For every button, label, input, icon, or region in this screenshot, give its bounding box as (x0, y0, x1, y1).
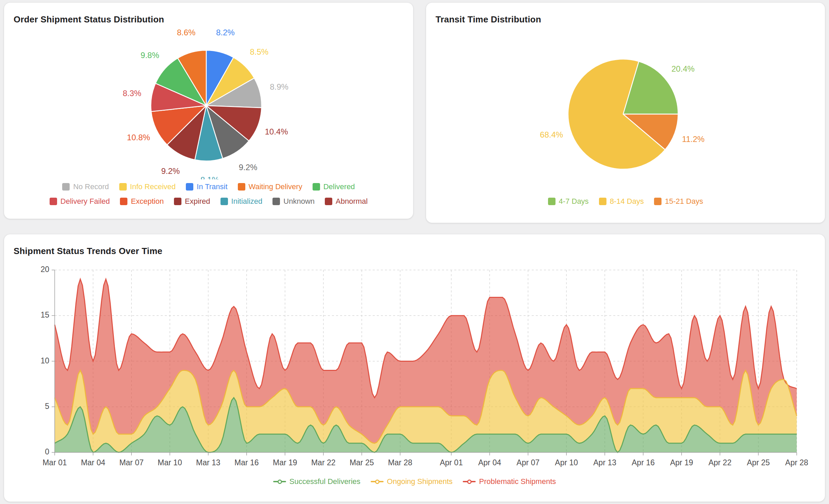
legend-swatch-abnormal (325, 198, 332, 205)
x-tick-label-apr-10: Apr 10 (555, 458, 578, 467)
x-tick-label-mar-13: Mar 13 (196, 458, 221, 467)
legend-label-4-7-days: 4-7 Days (559, 197, 589, 206)
x-tick-label-mar-19: Mar 19 (273, 458, 297, 467)
status-distribution-card: Order Shipment Status Distribution 8.2%8… (4, 3, 413, 219)
legend-label-delivery-failed: Delivery Failed (60, 197, 110, 206)
legend-label-waiting-delivery: Waiting Delivery (249, 182, 302, 191)
pie-label-initialized: 8.1% (200, 175, 219, 179)
legend-item-successful-deliveries[interactable]: Successful Deliveries (273, 477, 360, 486)
x-tick-label-apr-04: Apr 04 (478, 458, 501, 467)
legend-swatch-unknown (272, 198, 280, 205)
legend-label-ongoing-shipments: Ongoing Shipments (387, 477, 453, 486)
x-tick-label-apr-07: Apr 07 (516, 458, 540, 467)
legend-item-initialized[interactable]: Initialized (221, 197, 263, 206)
y-tick-label-15: 15 (40, 310, 49, 319)
x-tick-label-mar-22: Mar 22 (311, 458, 336, 467)
legend-swatch-expired (174, 198, 181, 205)
legend-label-unknown: Unknown (283, 197, 315, 206)
trends-legend: Successful DeliveriesOngoing ShipmentsPr… (4, 477, 825, 486)
legend-swatch-waiting-delivery (238, 183, 245, 191)
pie-label-exception: 10.8% (127, 133, 150, 142)
pie-label-4-7-days: 20.4% (671, 64, 694, 73)
legend-item-delivered[interactable]: Delivered (313, 182, 355, 191)
trends-card: Shipment Status Trends Over Time 0510152… (4, 234, 825, 502)
legend-label-successful-deliveries: Successful Deliveries (289, 477, 360, 486)
legend-label-initialized: Initialized (231, 197, 263, 206)
legend-label-problematic-shipments: Problematic Shipments (479, 477, 556, 486)
legend-label-abnormal: Abnormal (336, 197, 368, 206)
x-tick-label-mar-10: Mar 10 (158, 458, 182, 467)
legend-swatch-info-received (119, 183, 127, 191)
pie-label-in-transit: 8.2% (216, 28, 235, 37)
legend-item-abnormal[interactable]: Abnormal (325, 197, 368, 206)
x-tick-label-mar-01: Mar 01 (42, 458, 67, 467)
legend-item-15-21-days[interactable]: 15-21 Days (654, 197, 703, 206)
legend-swatch-in-transit (186, 183, 193, 191)
pie-label-delivered: 9.8% (141, 51, 159, 60)
legend-label-expired: Expired (185, 197, 210, 206)
x-tick-label-mar-16: Mar 16 (234, 458, 259, 467)
status-legend-row-2: Delivery FailedExceptionExpiredInitializ… (4, 197, 413, 206)
legend-swatch-15-21-days (654, 198, 662, 205)
legend-swatch-4-7-days (548, 198, 555, 205)
y-tick-label-0: 0 (45, 447, 49, 456)
pie-label-delivery-failed: 8.3% (123, 89, 141, 98)
legend-item-delivery-failed[interactable]: Delivery Failed (50, 197, 110, 206)
pie-label-waiting-delivery: 8.6% (177, 28, 196, 37)
legend-item-4-7-days[interactable]: 4-7 Days (548, 197, 589, 206)
transit-legend: 4-7 Days8-14 Days15-21 Days (426, 197, 825, 206)
x-tick-label-apr-25: Apr 25 (747, 458, 770, 467)
line-legend-icon-problematic-shipments (463, 479, 476, 484)
pie-label-abnormal: 10.4% (265, 127, 288, 136)
pie-label-15-21-days: 11.2% (682, 134, 704, 144)
legend-label-8-14-days: 8-14 Days (610, 197, 644, 206)
line-legend-icon-ongoing-shipments (371, 479, 384, 484)
legend-swatch-exception (120, 198, 127, 205)
x-tick-label-mar-04: Mar 04 (81, 458, 105, 467)
legend-item-unknown[interactable]: Unknown (272, 197, 315, 206)
legend-item-expired[interactable]: Expired (174, 197, 210, 206)
legend-swatch-delivery-failed (50, 198, 57, 205)
x-tick-label-apr-16: Apr 16 (632, 458, 655, 467)
pie-label-no-record: 8.9% (270, 82, 288, 91)
legend-swatch-8-14-days (599, 198, 606, 205)
y-tick-label-10: 10 (40, 356, 49, 365)
y-tick-label-5: 5 (45, 402, 49, 411)
x-tick-label-apr-01: Apr 01 (440, 458, 463, 467)
line-legend-icon-successful-deliveries (273, 479, 286, 484)
legend-label-no-record: No Record (73, 182, 109, 191)
x-tick-label-apr-22: Apr 22 (708, 458, 731, 467)
transit-pie-chart[interactable]: 20.4%11.2%68.4% (426, 3, 825, 193)
status-pie-chart[interactable]: 8.2%8.5%8.9%10.4%9.2%8.1%9.2%10.8%8.3%9.… (4, 3, 413, 179)
legend-label-delivered: Delivered (323, 182, 355, 191)
transit-time-card: Transit Time Distribution 20.4%11.2%68.4… (426, 3, 825, 223)
x-tick-label-apr-28: Apr 28 (785, 458, 808, 467)
legend-item-problematic-shipments[interactable]: Problematic Shipments (463, 477, 556, 486)
legend-item-no-record[interactable]: No Record (62, 182, 109, 191)
x-tick-label-mar-25: Mar 25 (350, 458, 374, 467)
pie-label-unknown: 9.2% (239, 163, 258, 172)
status-legend-row-1: No RecordInfo ReceivedIn TransitWaiting … (4, 182, 413, 191)
x-tick-label-apr-19: Apr 19 (670, 458, 693, 467)
pie-label-8-14-days: 68.4% (540, 130, 563, 139)
legend-label-info-received: Info Received (130, 182, 176, 191)
x-tick-label-mar-07: Mar 07 (119, 458, 144, 467)
x-tick-label-apr-13: Apr 13 (593, 458, 616, 467)
legend-label-15-21-days: 15-21 Days (665, 197, 703, 206)
legend-item-exception[interactable]: Exception (120, 197, 164, 206)
pie-label-expired: 9.2% (161, 166, 180, 176)
legend-item-ongoing-shipments[interactable]: Ongoing Shipments (371, 477, 453, 486)
pie-label-info-received: 8.5% (250, 47, 268, 56)
x-tick-label-mar-28: Mar 28 (388, 458, 412, 467)
legend-label-exception: Exception (131, 197, 164, 206)
legend-label-in-transit: In Transit (197, 182, 227, 191)
legend-swatch-no-record (62, 183, 70, 191)
legend-item-in-transit[interactable]: In Transit (186, 182, 227, 191)
trends-area-chart[interactable]: 05101520Mar 01Mar 04Mar 07Mar 10Mar 13Ma… (4, 234, 825, 472)
legend-item-info-received[interactable]: Info Received (119, 182, 176, 191)
y-tick-label-20: 20 (40, 265, 49, 274)
legend-swatch-delivered (313, 183, 320, 191)
legend-item-waiting-delivery[interactable]: Waiting Delivery (238, 182, 302, 191)
legend-item-8-14-days[interactable]: 8-14 Days (599, 197, 644, 206)
legend-swatch-initialized (221, 198, 228, 205)
